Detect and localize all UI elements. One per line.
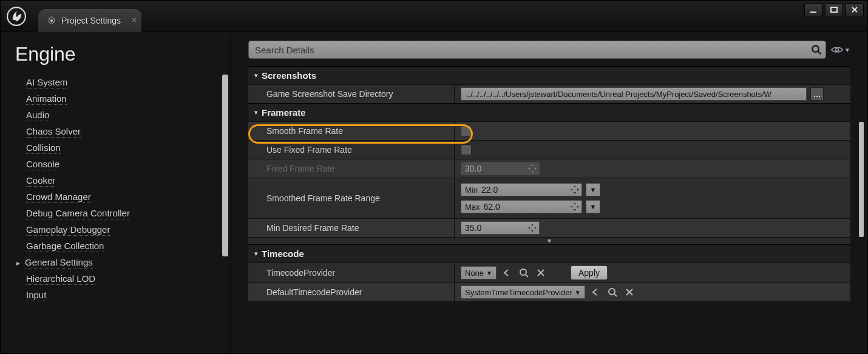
sidebar-item[interactable]: Hierarchical LOD: [26, 270, 226, 287]
search-input[interactable]: [249, 45, 826, 55]
row-smooth-frame-rate: Smooth Frame Rate: [248, 121, 850, 140]
prefix-text: Min: [465, 185, 478, 195]
min-desired-field[interactable]: 35.0: [461, 221, 540, 235]
sidebar-item-label: Audio: [26, 110, 49, 121]
svg-line-7: [818, 51, 821, 54]
maximize-button[interactable]: [825, 3, 843, 16]
close-button[interactable]: [846, 3, 864, 16]
sidebar-scrollbar[interactable]: [222, 75, 228, 256]
tab-label: Project Settings: [61, 16, 121, 25]
section-title: Screenshots: [262, 70, 316, 81]
row-use-fixed-frame-rate: Use Fixed Frame Rate: [248, 140, 850, 159]
prefix-text: Max: [465, 202, 480, 212]
tab-close-icon[interactable]: ×: [132, 15, 137, 25]
prop-value: 30.0: [455, 159, 850, 178]
sidebar-item-label: Gameplay Debugger: [26, 224, 110, 236]
svg-point-6: [812, 45, 819, 52]
section-header-framerate[interactable]: ▾ Framerate: [248, 103, 850, 121]
sidebar-title: Engine: [15, 43, 226, 65]
sidebar-item[interactable]: Crowd Manager: [26, 189, 226, 205]
main-scrollbar[interactable]: [859, 122, 864, 237]
row-default-timecode-provider: DefaultTimecodeProvider SystemTimeTimeco…: [248, 282, 850, 301]
sidebar-item-label: Hierarchical LOD: [26, 273, 95, 285]
range-min-dropdown[interactable]: ▼: [586, 183, 600, 196]
sidebar-item[interactable]: Collision: [26, 139, 226, 156]
row-smoothed-range: Smoothed Frame Rate Range Min 22.0 ▼: [248, 178, 850, 218]
sidebar: Engine AI SystemAnimationAudioChaos Solv…: [1, 32, 231, 353]
row-min-desired: Min Desired Frame Rate 35.0: [248, 218, 850, 237]
sidebar-item[interactable]: Gameplay Debugger: [26, 221, 226, 238]
value-text: SystemTimeTimecodeProvider: [465, 288, 572, 297]
drag-handle-icon: [528, 224, 537, 232]
value-text: 22.0: [481, 185, 498, 195]
sidebar-item[interactable]: Console: [26, 156, 226, 172]
search-icon[interactable]: [811, 44, 822, 57]
sidebar-item-label: Console: [26, 159, 59, 170]
browse-icon[interactable]: [606, 286, 619, 299]
apply-button[interactable]: Apply: [571, 266, 608, 280]
unreal-logo-icon: [5, 5, 27, 27]
sidebar-item-label: Animation: [26, 93, 67, 105]
sidebar-item-label: AI System: [26, 77, 67, 88]
prop-value: SystemTimeTimecodeProvider▼: [455, 283, 850, 301]
sidebar-item-label: Debug Camera Controller: [26, 208, 130, 219]
titlebar: Project Settings ×: [1, 1, 867, 32]
value-text: None: [465, 269, 484, 278]
sidebar-item[interactable]: Animation: [26, 90, 226, 107]
range-min-field[interactable]: Min 22.0: [461, 183, 582, 196]
chevron-down-icon: ▾: [254, 72, 258, 79]
app-window: Project Settings × Engine AI SystemAnima…: [0, 0, 868, 354]
sidebar-item[interactable]: Cooker: [26, 172, 226, 189]
clear-icon[interactable]: [534, 266, 548, 279]
chevron-down-icon: ▼: [546, 238, 552, 244]
svg-point-1: [50, 19, 53, 22]
sidebar-item-label: Cooker: [26, 175, 55, 187]
section-header-timecode[interactable]: ▾ Timecode: [248, 244, 850, 262]
default-timecode-provider-combo[interactable]: SystemTimeTimecodeProvider▼: [461, 286, 585, 299]
timecode-provider-combo[interactable]: None▼: [461, 266, 497, 279]
row-timecode-provider: TimecodeProvider None▼ Apply: [248, 262, 850, 282]
search-input-wrap: [248, 41, 826, 59]
prop-value: None▼ Apply: [455, 263, 850, 282]
sidebar-item-label: Crowd Manager: [26, 192, 91, 203]
sidebar-item[interactable]: AI System: [26, 74, 226, 90]
prop-label: DefaultTimecodeProvider: [248, 283, 455, 301]
drag-handle-icon: [571, 202, 579, 211]
sidebar-item-label: General Settings: [25, 257, 93, 269]
main-panel: ▼ ▾ Screenshots Game Screenshot Save Dir…: [231, 32, 867, 353]
sidebar-item[interactable]: Chaos Solver: [26, 123, 226, 139]
minimize-button[interactable]: [804, 3, 822, 16]
sidebar-item[interactable]: General Settings: [26, 254, 226, 270]
section-header-screenshots[interactable]: ▾ Screenshots: [248, 66, 850, 84]
sidebar-item[interactable]: Debug Camera Controller: [26, 205, 226, 221]
value-text: 62.0: [484, 202, 500, 212]
smooth-frame-rate-checkbox[interactable]: [461, 125, 472, 136]
browse-button[interactable]: …: [810, 87, 824, 101]
window-controls: [804, 3, 864, 16]
svg-point-8: [836, 48, 839, 51]
range-max-dropdown[interactable]: ▼: [586, 200, 600, 213]
drag-handle-icon: [528, 164, 537, 173]
clear-icon[interactable]: [623, 286, 636, 299]
reset-arrow-icon[interactable]: [589, 286, 602, 299]
range-max-field[interactable]: Max 62.0: [461, 200, 582, 213]
gear-icon: [47, 16, 56, 25]
prop-label: Fixed Frame Rate: [248, 159, 455, 178]
save-dir-field[interactable]: ../../../../../../Users/jstewart/Documen…: [461, 87, 807, 101]
sidebar-item[interactable]: Garbage Collection: [26, 238, 226, 254]
view-options-button[interactable]: ▼: [831, 42, 850, 57]
tab-project-settings[interactable]: Project Settings ×: [38, 9, 141, 32]
use-fixed-frame-rate-checkbox[interactable]: [461, 144, 472, 155]
prop-value: 35.0: [455, 219, 850, 237]
sidebar-item-label: Garbage Collection: [26, 241, 104, 252]
advanced-expand[interactable]: ▼: [248, 237, 850, 244]
details-panel: ▾ Screenshots Game Screenshot Save Direc…: [248, 66, 850, 353]
sidebar-item[interactable]: Audio: [26, 107, 226, 123]
prop-label: Min Desired Frame Rate: [248, 219, 455, 237]
svg-point-9: [520, 269, 526, 275]
browse-icon[interactable]: [517, 266, 531, 279]
fixed-frame-rate-field: 30.0: [461, 162, 540, 175]
reset-arrow-icon[interactable]: [500, 266, 514, 279]
row-screenshot-save-dir: Game Screenshot Save Directory ../../../…: [248, 84, 850, 103]
sidebar-item[interactable]: Input: [26, 287, 226, 303]
